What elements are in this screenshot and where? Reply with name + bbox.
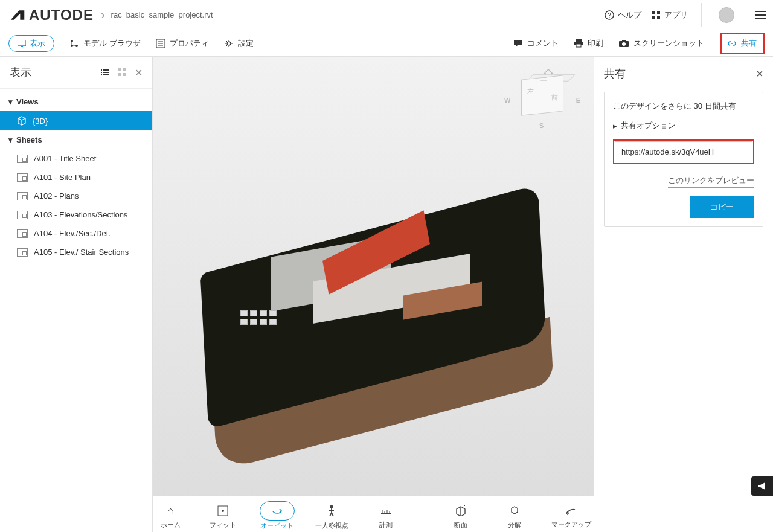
svg-rect-4 [652,16,655,19]
tree-item-sheet[interactable]: A103 - Elevations/Sections [0,205,152,224]
svg-rect-17 [576,39,582,42]
close-icon[interactable]: ✕ [135,67,143,79]
section-icon [455,505,467,516]
svg-rect-29 [118,68,121,71]
svg-text:?: ? [608,12,611,19]
svg-rect-6 [18,40,26,46]
tray-fit[interactable]: フィット [207,502,239,530]
megaphone-icon [757,481,768,491]
sheet-icon [17,211,28,219]
autodesk-icon [10,8,25,22]
svg-rect-7 [21,46,23,47]
svg-rect-31 [118,73,121,76]
home-icon: ⌂ [167,505,174,517]
sheet-icon [17,229,28,238]
screenshot-button[interactable]: スクリーンショット [619,38,704,49]
avatar[interactable] [719,7,734,23]
ruler-icon [380,505,392,516]
tray-orbit[interactable]: オービット [260,501,295,530]
tray-section[interactable]: 断面 [444,502,478,530]
cube-icon [17,116,27,126]
model-browser-button[interactable]: モデル ブラウザ [70,38,141,49]
help-button[interactable]: ? ヘルプ [605,10,641,21]
share-panel: 共有 ✕ このデザインをさらに 30 日間共有 ▸ 共有オプション このリンクを… [594,57,773,532]
svg-rect-22 [622,40,626,42]
svg-point-10 [75,45,78,47]
brand-logo[interactable]: AUTODE [10,7,94,24]
print-button[interactable]: 印刷 [574,38,603,49]
sidebar: 表示 ✕ ▾ Views {3D} ▾ Sheets A001 - Title … [0,57,153,532]
toolbar: 表示 モデル ブラウザ プロパティ 設定 コメント 印刷 スクリーンシ [0,30,773,57]
breadcrumb-filename: rac_basic_sample_project.rvt [111,10,213,19]
tree-item-sheet[interactable]: A101 - Site Plan [0,168,152,187]
share-url-input[interactable] [615,141,752,162]
svg-rect-2 [652,11,655,14]
svg-rect-3 [657,11,660,14]
tree-group-sheets[interactable]: ▾ Sheets [0,130,152,149]
apps-button[interactable]: アプリ [652,10,688,21]
view-button[interactable]: 表示 [8,35,54,52]
help-icon: ? [605,10,614,20]
tree-item-sheet[interactable]: A001 - Title Sheet [0,149,152,168]
brush-icon [565,506,577,516]
sheet-icon [17,192,28,200]
sheet-icon [17,155,28,163]
comments-button[interactable]: コメント [514,38,559,49]
grid-view-icon[interactable] [118,68,126,77]
share-subtitle: このデザインをさらに 30 日間共有 [613,101,754,112]
svg-rect-30 [123,68,126,71]
breadcrumb[interactable]: › rac_basic_sample_project.rvt [101,8,213,22]
top-nav: AUTODE › rac_basic_sample_project.rvt ? … [0,0,773,30]
link-icon [728,39,736,48]
feedback-tab[interactable] [751,476,773,496]
tray-home[interactable]: ⌂ホーム [156,502,186,530]
list-view-icon[interactable] [101,68,109,77]
settings-button[interactable]: 設定 [225,38,254,49]
share-button[interactable]: 共有 [720,33,765,54]
preview-link[interactable]: このリンクをプレビュー [668,175,754,188]
svg-rect-32 [123,73,126,76]
close-icon[interactable]: ✕ [755,68,763,80]
tray-explode[interactable]: 分解 [498,502,531,530]
svg-rect-16 [514,40,522,45]
person-icon [328,505,335,517]
monitor-icon [18,40,26,47]
comment-icon [514,39,522,48]
svg-point-35 [330,505,333,508]
apps-grid-icon [652,11,661,19]
chevron-right-icon: › [101,8,105,22]
svg-point-8 [71,40,73,42]
copy-button[interactable]: コピー [690,196,754,218]
tree-item-sheet[interactable]: A102 - Plans [0,187,152,205]
tray-markup[interactable]: マークアップ [551,502,591,529]
fit-icon [217,505,228,516]
bottom-tray: ⌂ホーム フィット オービット 一人称視点 計測 断面 分解 マークアップ [153,496,594,532]
svg-rect-19 [576,44,581,47]
camera-icon [619,39,629,48]
orbit-icon [271,505,283,516]
svg-point-21 [622,42,626,46]
tray-measure[interactable]: 計測 [369,502,403,530]
tree-item-sheet[interactable]: A104 - Elev./Sec./Det. [0,224,152,243]
properties-button[interactable]: プロパティ [156,38,209,49]
tree-item-3d[interactable]: {3D} [0,111,152,130]
tray-firstperson[interactable]: 一人称視点 [315,501,348,530]
sheet-icon [17,248,28,257]
brand-text: AUTODE [29,7,94,24]
tree-icon [70,39,79,48]
viewcube[interactable]: 上 左 前 W E S [503,69,582,129]
share-url-wrapper [613,139,754,164]
menu-icon[interactable] [752,8,768,22]
gear-icon [225,39,233,48]
sidebar-title: 表示 [10,65,101,80]
tree-group-views[interactable]: ▾ Views [0,92,152,111]
share-options-toggle[interactable]: ▸ 共有オプション [613,120,754,131]
model-3d [180,144,566,421]
viewport-3d[interactable]: 上 左 前 W E S [153,57,594,532]
share-title: 共有 [604,66,755,81]
svg-rect-5 [657,16,660,19]
tree-item-sheet[interactable]: A105 - Elev./ Stair Sections [0,243,152,261]
svg-point-15 [227,42,231,45]
svg-point-34 [222,510,224,512]
printer-icon [574,39,583,48]
